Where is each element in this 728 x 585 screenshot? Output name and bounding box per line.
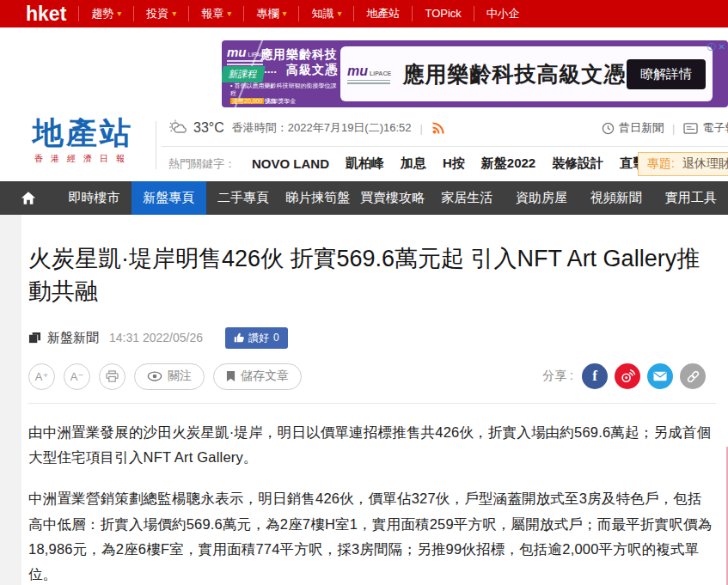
header-info-row: 33°C 香港時間：2022年7月19日(二)16:52 | <box>168 119 445 137</box>
printer-icon <box>106 370 119 382</box>
article-divider <box>28 403 716 404</box>
nav-home-button[interactable] <box>0 181 57 215</box>
home-icon <box>21 191 36 205</box>
article-toolbar: A⁺ A⁻ 關注 儲存文章 <box>28 363 716 390</box>
thumbs-up-icon <box>234 332 244 343</box>
banner-ad[interactable]: muLiPACE 應用樂齡科技 高級文憑 ••••••• 新課程 • 首個以應用… <box>222 40 728 107</box>
nav-item-new-homes[interactable]: 新盤專頁 <box>132 181 206 215</box>
topbar-item-sme[interactable]: 中小企 <box>474 6 532 21</box>
article-category[interactable]: 新盤新聞 <box>47 330 99 346</box>
ad-white-panel: muLiPACE 應用樂齡科技高級文憑 瞭解詳情 <box>340 46 713 101</box>
topbar-item-knowledge[interactable]: 知識▾ <box>298 6 353 21</box>
follow-button[interactable]: 關注 <box>134 363 205 390</box>
eye-icon <box>147 371 162 381</box>
save-label: 儲存文章 <box>241 369 289 384</box>
keyword-link[interactable]: 凱柏峰 <box>346 155 384 172</box>
topic-label: 專題: <box>647 156 675 170</box>
category-tag-icon <box>28 332 41 344</box>
share-group: 分享 : f <box>542 363 706 389</box>
share-label: 分享 : <box>542 369 573 384</box>
keyword-link[interactable]: 裝修設計 <box>552 155 603 172</box>
site-header: 地產站 香港經濟日報 33°C 香港時間：2022年7月19日(二)16:52 … <box>0 107 728 181</box>
article-title: 火炭星凱·堤岸明售426伙 折實569.6萬元起 引入NFT Art Galle… <box>28 242 707 308</box>
hket-topbar: hket 趨勢▾ 投資▾ 報章▾ 專欄▾ 知識▾ 地產站 TOPick 中小企 <box>0 0 728 27</box>
main-nav: 即時樓市 新盤專頁 二手專頁 睇片揀筍盤 買賣樓攻略 家居生活 資助房屋 視頻新… <box>0 181 728 215</box>
ad-brand-logo: muLiPACE <box>347 64 402 84</box>
content-area: 火炭星凱·堤岸明售426伙 折實569.6萬元起 引入NFT Art Galle… <box>0 215 728 585</box>
topic-value: 退休理財 <box>682 156 728 170</box>
hket-logo[interactable]: hket <box>26 4 66 24</box>
topic-box[interactable]: 專題: 退休理財 <box>638 152 728 176</box>
ad-left-panel: muLiPACE 應用樂齡科技 高級文憑 ••••••• 新課程 • 首個以應用… <box>222 40 342 107</box>
site-logo[interactable]: 地產站 香港經濟日報 <box>33 116 133 165</box>
hk-datetime: 香港時間：2022年7月19日(二)16:52 <box>232 120 412 136</box>
topbar-item-trend[interactable]: 趨勢▾ <box>78 6 133 21</box>
nav-item-video-picks[interactable]: 睇片揀筍盤 <box>280 181 355 215</box>
ad-close-icon[interactable]: ✕ <box>719 42 725 52</box>
keyword-link[interactable]: 新盤2022 <box>481 155 535 172</box>
hot-keywords-row: 熱門關鍵字： NOVO LAND 凱柏峰 加息 H按 新盤2022 裝修設計 直… <box>168 155 671 172</box>
ad-cta-button[interactable]: 瞭解詳情 <box>627 59 706 89</box>
article-timestamp: 14:31 2022/05/26 <box>109 331 203 344</box>
chevron-down-icon: ▾ <box>337 6 341 21</box>
keyword-link[interactable]: NOVO LAND <box>252 156 329 171</box>
font-decrease-button[interactable]: A⁻ <box>64 363 90 390</box>
share-email-button[interactable] <box>647 363 673 389</box>
envelope-icon <box>653 371 667 381</box>
nav-item-buying-guide[interactable]: 買賣樓攻略 <box>355 181 430 215</box>
nav-item-home-living[interactable]: 家居生活 <box>430 181 505 215</box>
nav-item-secondary[interactable]: 二手專頁 <box>206 181 281 215</box>
article-paragraph: 中洲置業營銷策劃總監楊聰永表示，明日銷售426伙，價單佔327伙，戶型涵蓋開放式… <box>28 486 716 585</box>
nav-item-tools[interactable]: 實用工具 <box>653 181 728 215</box>
yesterday-news-link[interactable]: 昔日新聞 <box>619 120 664 136</box>
header-vertical-divider <box>156 121 156 169</box>
font-increase-button[interactable]: A⁺ <box>28 363 55 390</box>
share-link-button[interactable] <box>680 363 706 389</box>
header-horizontal-divider <box>162 146 728 147</box>
clock-icon <box>602 122 615 135</box>
nav-item-live-market[interactable]: 即時樓市 <box>57 181 132 215</box>
topbar-item-invest[interactable]: 投資▾ <box>133 6 188 21</box>
chevron-down-icon: ▾ <box>172 6 176 21</box>
ad-scholarship-line: 港幣20,000 入學獎學金 <box>230 97 296 106</box>
save-article-button[interactable]: 儲存文章 <box>213 363 302 390</box>
like-label: 讚好 <box>248 331 269 345</box>
ad-side-title2: 高級文憑 <box>286 63 338 78</box>
follow-label: 關注 <box>168 369 192 384</box>
ad-new-course-badge: 新課程 <box>222 66 266 82</box>
like-count: 0 <box>273 332 279 344</box>
enewspaper-link[interactable]: 電子報 <box>702 120 728 136</box>
article-meta-row: 新盤新聞 14:31 2022/05/26 讚好 0 <box>28 327 716 349</box>
site-logo-subtitle: 香港經濟日報 <box>33 153 133 165</box>
topbar-item-column[interactable]: 專欄▾ <box>243 6 298 21</box>
print-button[interactable] <box>99 363 125 390</box>
keyword-link[interactable]: 加息 <box>401 155 426 172</box>
ad-strip: muLiPACE 應用樂齡科技 高級文憑 ••••••• 新課程 • 首個以應用… <box>0 27 728 107</box>
topbar-item-topick[interactable]: TOPick <box>412 6 473 21</box>
weather-icon <box>168 119 189 137</box>
article-paragraph: 由中洲置業發展的沙田火炭星凱·堤岸，明日以價單連招標推售共426伙，折實入場由約… <box>28 420 716 471</box>
bookmark-icon <box>226 370 236 382</box>
share-facebook-button[interactable]: f <box>582 363 608 389</box>
epaper-icon <box>683 122 698 135</box>
ad-info-icon[interactable]: ⓘ <box>707 42 716 52</box>
header-links: 昔日新聞 | 電子報 <box>602 120 728 136</box>
site-logo-title: 地產站 <box>33 116 133 150</box>
ad-main-title: 應用樂齡科技高級文憑 <box>402 60 627 88</box>
nav-item-subsidised-housing[interactable]: 資助房屋 <box>505 181 579 215</box>
chevron-down-icon: ▾ <box>117 6 121 21</box>
topbar-item-property[interactable]: 地產站 <box>353 6 412 21</box>
article-card: 火炭星凱·堤岸明售426伙 折實569.6萬元起 引入NFT Art Galle… <box>21 215 728 585</box>
share-weibo-button[interactable] <box>615 363 640 389</box>
keyword-link[interactable]: H按 <box>443 155 465 172</box>
rss-icon[interactable] <box>431 121 445 135</box>
link-icon <box>686 369 700 384</box>
nav-item-video-news[interactable]: 視頻新聞 <box>578 181 653 215</box>
ad-side-title1: 應用樂齡科技 <box>260 47 338 63</box>
facebook-like-button[interactable]: 讚好 0 <box>225 327 288 349</box>
keywords-label: 熱門關鍵字： <box>168 156 236 172</box>
chevron-down-icon: ▾ <box>227 6 231 21</box>
topbar-item-paper[interactable]: 報章▾ <box>188 6 243 21</box>
chevron-down-icon: ▾ <box>282 6 286 21</box>
temperature: 33°C <box>193 120 224 136</box>
